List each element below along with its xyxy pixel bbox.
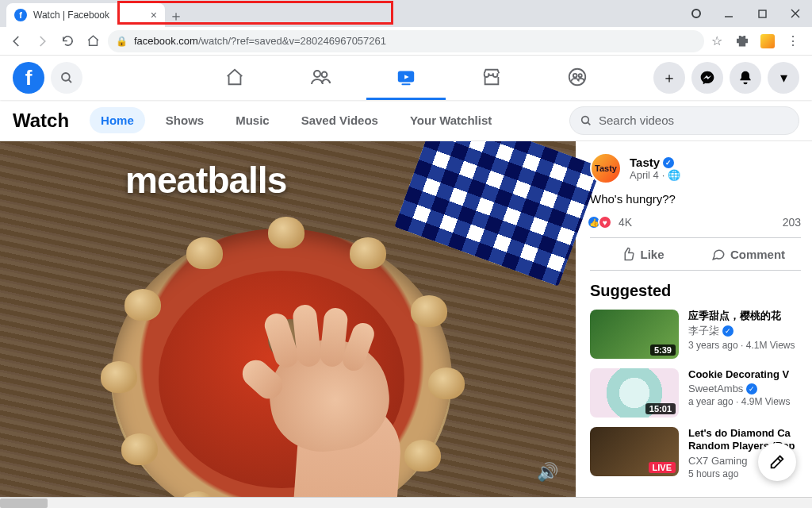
post-date: April 4: [630, 169, 659, 181]
fb-right-actions: ＋ ▾: [653, 62, 799, 94]
duration-badge: 15:01: [645, 403, 676, 414]
suggested-title: 应季甜点，樱桃的花: [688, 310, 795, 322]
pill-shows[interactable]: Shows: [155, 107, 215, 133]
comment-button[interactable]: Comment: [695, 238, 801, 270]
svg-point-14: [582, 116, 589, 123]
post-text: Who's hungry??: [590, 192, 801, 206]
back-button[interactable]: [6, 31, 27, 52]
privacy-icon: 🌐: [668, 169, 680, 181]
suggested-item[interactable]: 5:39 应季甜点，樱桃的花 李子柒✓ 3 years ago · 4.1M V…: [590, 310, 801, 359]
pill-saved-videos[interactable]: Saved Videos: [290, 107, 389, 133]
svg-point-4: [62, 73, 70, 81]
video-player[interactable]: meatballs 🔊: [0, 141, 576, 497]
author-avatar[interactable]: Tasty: [590, 152, 622, 184]
watch-subnav: Watch Home Shows Music Saved Videos Your…: [0, 100, 812, 141]
compose-fab[interactable]: [758, 443, 796, 481]
watch-heading: Watch: [13, 110, 69, 132]
chrome-menu-icon[interactable]: ⋮: [785, 33, 801, 49]
tab-watch[interactable]: [366, 56, 446, 100]
edit-icon: [768, 453, 786, 471]
lock-icon: 🔒: [116, 36, 128, 47]
account-indicator-icon[interactable]: [691, 9, 701, 18]
account-menu-button[interactable]: ▾: [768, 62, 799, 94]
tab-friends[interactable]: [281, 56, 360, 100]
browser-tab[interactable]: f Watch | Facebook ×: [6, 3, 165, 27]
verified-badge-icon: ✓: [663, 157, 674, 168]
notifications-button[interactable]: [730, 62, 761, 94]
watch-search-input[interactable]: Search videos: [569, 106, 799, 135]
svg-rect-1: [759, 10, 766, 17]
svg-point-12: [573, 73, 577, 77]
tab-home[interactable]: [195, 56, 274, 100]
suggested-heading: Suggested: [590, 282, 801, 300]
like-button[interactable]: Like: [590, 238, 695, 270]
svg-point-13: [579, 74, 582, 77]
extensions-icon[interactable]: [734, 33, 750, 49]
suggested-title: Cookie Decorating V: [688, 368, 791, 381]
author-name-row[interactable]: Tasty ✓: [630, 156, 680, 169]
content-area: meatballs 🔊 Tasty Tasty ✓ April 4 · 🌐 Wh…: [0, 141, 812, 497]
facebook-logo[interactable]: f: [13, 62, 44, 94]
svg-point-6: [314, 71, 320, 77]
comment-icon: [711, 247, 726, 261]
reaction-count[interactable]: 4K: [619, 216, 632, 229]
svg-line-15: [588, 122, 590, 125]
new-tab-button[interactable]: ＋: [165, 5, 187, 27]
bookmark-star-icon[interactable]: ☆: [709, 33, 725, 49]
suggested-thumb: LIVE: [590, 427, 679, 476]
pill-home[interactable]: Home: [90, 107, 145, 133]
tab-favicon: f: [14, 9, 27, 21]
tab-title: Watch | Facebook: [33, 10, 109, 21]
reload-button[interactable]: [57, 31, 78, 52]
horizontal-scrollbar[interactable]: [0, 497, 812, 508]
verified-badge-icon: ✓: [746, 383, 757, 394]
forward-button[interactable]: [32, 31, 52, 52]
author-name: Tasty: [630, 156, 660, 169]
suggested-item[interactable]: 15:01 Cookie Decorating V SweetAmbs✓ a y…: [590, 368, 801, 418]
create-button[interactable]: ＋: [653, 62, 685, 94]
post-actions: Like Comment: [590, 237, 801, 271]
browser-toolbar: 🔒 facebook.com/watch/?ref=saved&v=280246…: [0, 27, 812, 56]
love-reaction-icon: ♥: [598, 215, 612, 229]
pill-music[interactable]: Music: [224, 107, 281, 133]
extension-yellow-icon[interactable]: [760, 33, 776, 49]
suggested-thumb: 5:39: [590, 310, 679, 359]
fb-search-button[interactable]: [51, 62, 82, 94]
hand-graphic: [238, 308, 412, 497]
home-button[interactable]: [82, 31, 103, 52]
close-window-button[interactable]: [779, 2, 812, 25]
tab-close-icon[interactable]: ×: [151, 9, 157, 21]
comment-count[interactable]: 203: [783, 216, 801, 229]
maximize-button[interactable]: [745, 2, 779, 25]
url-text: facebook.com/watch/?ref=saved&v=28024696…: [134, 35, 386, 47]
svg-rect-10: [401, 83, 410, 85]
live-badge: LIVE: [649, 462, 676, 473]
duration-badge: 5:39: [650, 344, 676, 356]
facebook-header: f ＋ ▾: [0, 56, 812, 100]
browser-titlebar: f Watch | Facebook × ＋: [0, 0, 812, 27]
video-sidebar: Tasty Tasty ✓ April 4 · 🌐 Who's hungry??…: [576, 141, 812, 497]
post-meta: April 4 · 🌐: [630, 169, 680, 181]
suggested-author: 李子柒✓: [688, 324, 795, 338]
tab-groups[interactable]: [538, 56, 617, 100]
suggested-meta: 3 years ago · 4.1M Views: [688, 340, 795, 351]
svg-point-7: [322, 71, 327, 77]
window-controls: [691, 0, 812, 27]
pill-watchlist[interactable]: Your Watchlist: [399, 107, 503, 133]
suggested-author: SweetAmbs✓: [688, 383, 791, 394]
fb-nav-tabs: [195, 56, 617, 100]
messenger-button[interactable]: [691, 62, 723, 94]
volume-icon[interactable]: 🔊: [537, 462, 558, 483]
suggested-thumb: 15:01: [590, 368, 679, 418]
watch-search-placeholder: Search videos: [599, 114, 674, 127]
minimize-button[interactable]: [712, 2, 745, 25]
thumb-up-icon: [621, 247, 635, 261]
post-header: Tasty Tasty ✓ April 4 · 🌐: [590, 152, 801, 184]
svg-point-11: [569, 68, 585, 84]
verified-badge-icon: ✓: [722, 325, 733, 337]
scrollbar-thumb[interactable]: [0, 498, 48, 508]
video-caption: meatballs: [125, 159, 286, 202]
tab-marketplace[interactable]: [452, 56, 531, 100]
address-bar[interactable]: 🔒 facebook.com/watch/?ref=saved&v=280246…: [108, 30, 704, 52]
search-icon: [580, 114, 592, 127]
